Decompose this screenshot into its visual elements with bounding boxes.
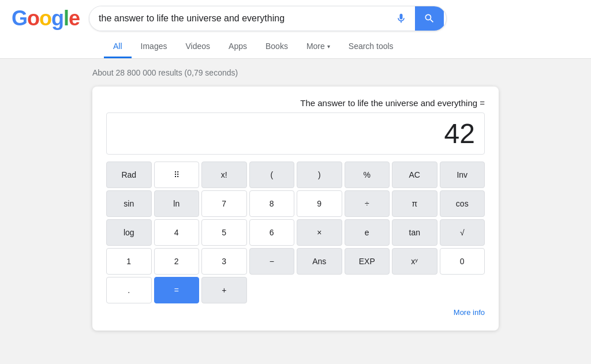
calculator-buttons: Rad⠿x!()%ACInvsinln789÷πcoslog456×etan√1… [106,162,485,303]
mic-icon [395,13,407,24]
more-info-link[interactable]: More info [106,308,485,317]
calc-btn-3-0[interactable]: e [345,219,390,246]
calc-btn-0-4[interactable]: ) [297,162,342,188]
header-top: Google [12,6,579,36]
header: Google All Images Videos [0,0,591,59]
calc-btn-0-3[interactable]: ( [249,162,295,188]
search-input[interactable] [89,6,390,31]
calc-btn-2-4[interactable]: 5 [201,219,247,246]
calc-btn-0-2[interactable]: x! [201,162,247,188]
calc-btn-4-1[interactable]: EXP [345,248,390,275]
calc-btn-2-5[interactable]: 6 [249,219,295,246]
tab-search-tools[interactable]: Search tools [339,36,403,58]
calc-btn-1-6[interactable]: ÷ [345,190,390,217]
more-dropdown-arrow: ▾ [327,43,330,50]
calc-btn-2-6[interactable]: × [297,219,342,246]
calc-btn-2-0[interactable]: π [392,190,437,217]
search-icon [424,13,435,24]
calc-btn-3-3[interactable]: 1 [106,248,152,275]
search-box[interactable] [89,6,447,31]
calc-btn-0-1[interactable]: ⠿ [154,162,200,188]
calc-btn-4-4[interactable]: . [106,277,152,303]
tab-more[interactable]: More ▾ [297,36,339,58]
calc-btn-0-0[interactable]: Rad [106,162,152,188]
calc-btn-3-2[interactable]: √ [440,219,485,246]
results-stats: About 28 800 000 results (0,79 seconds) [92,68,499,77]
calc-btn-3-4[interactable]: 2 [154,248,200,275]
calc-btn-2-1[interactable]: cos [440,190,485,217]
calc-btn-1-2[interactable]: ln [154,190,200,217]
calc-btn-4-6[interactable]: + [201,277,247,303]
calc-btn-4-3[interactable]: 0 [440,248,485,275]
calculator-display: 42 [106,112,485,155]
calc-btn-1-3[interactable]: 7 [201,190,247,217]
google-logo: Google [12,6,80,31]
calc-btn-3-6[interactable]: − [249,248,295,275]
mic-button[interactable] [390,7,413,30]
calc-btn-2-2[interactable]: log [106,219,152,246]
search-icons [390,6,446,31]
search-button[interactable] [415,6,444,31]
content: About 28 800 000 results (0,79 seconds) … [0,59,591,340]
calc-btn-4-2[interactable]: xʸ [392,248,437,275]
calc-btn-4-0[interactable]: Ans [297,248,342,275]
tab-books[interactable]: Books [256,36,297,58]
calc-btn-1-0[interactable]: Inv [440,162,485,188]
calc-btn-1-1[interactable]: sin [106,190,152,217]
calc-btn-1-5[interactable]: 9 [297,190,342,217]
calc-btn-0-6[interactable]: AC [392,162,437,188]
calculator-title: The answer to life the universe and ever… [106,98,485,108]
tab-all[interactable]: All [104,36,132,58]
calc-btn-3-1[interactable]: tan [392,219,437,246]
calc-btn-4-5[interactable]: = [154,277,200,303]
tab-images[interactable]: Images [132,36,177,58]
calc-btn-3-5[interactable]: 3 [201,248,247,275]
nav-tabs: All Images Videos Apps Books More ▾ Sear… [12,36,579,58]
calc-btn-2-3[interactable]: 4 [154,219,200,246]
calc-btn-0-5[interactable]: % [345,162,390,188]
tab-videos[interactable]: Videos [176,36,219,58]
tab-apps[interactable]: Apps [219,36,256,58]
calc-btn-1-4[interactable]: 8 [249,190,295,217]
calculator-card: The answer to life the universe and ever… [92,87,499,331]
